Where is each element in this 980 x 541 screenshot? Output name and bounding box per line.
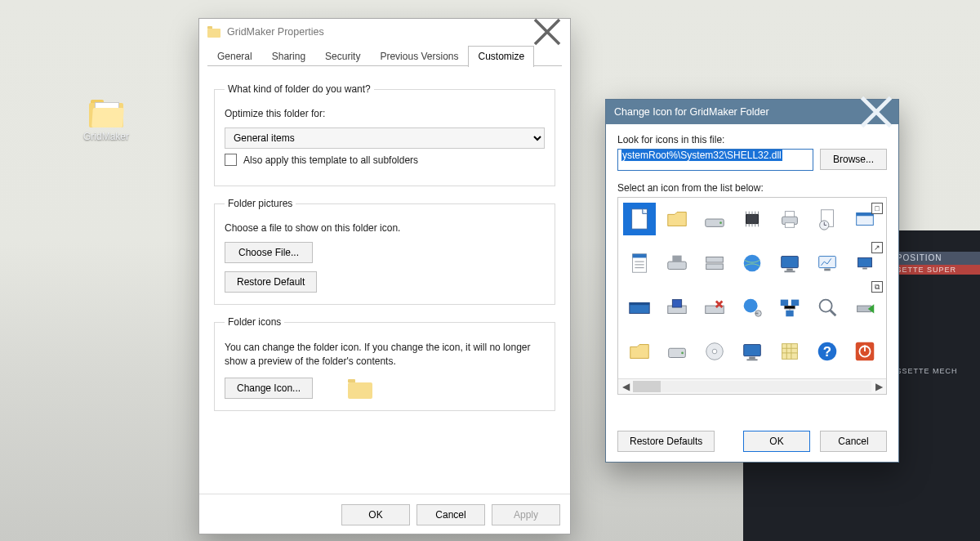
svg-rect-5 [785,212,794,217]
drive-net-icon[interactable] [661,247,693,279]
change-icon-titlebar[interactable]: Change Icon for GridMaker Folder [606,100,898,124]
svg-rect-13 [668,262,687,269]
svg-point-30 [744,299,758,313]
change-icon-title: Change Icon for GridMaker Folder [614,106,769,118]
folder2-icon[interactable] [623,335,656,368]
floppy-drive-icon[interactable] [661,291,693,324]
group-folder-icons-legend: Folder icons [225,316,284,328]
svg-point-41 [712,349,717,354]
svg-rect-42 [744,345,761,356]
desktop-folder-gridmaker[interactable]: GridMaker [77,100,136,142]
apply-subfolders-checkbox[interactable]: Also apply this template to all subfolde… [225,154,545,166]
tab-customize[interactable]: Customize [468,46,534,67]
svg-rect-18 [782,257,799,268]
svg-text:?: ? [823,344,831,360]
scroll-left-icon[interactable]: ◀ [618,381,633,392]
choose-file-button[interactable]: Choose File... [225,242,313,263]
properties-window: GridMaker Properties General Sharing Sec… [198,18,571,534]
optimize-select[interactable]: General items [225,127,545,149]
svg-rect-15 [706,257,724,263]
svg-rect-12 [633,254,647,258]
restore-default-button[interactable]: Restore Default [225,271,317,293]
overflow-x-icon: ⧉ [871,281,883,293]
drive-x-icon[interactable] [698,291,731,324]
drive-icon[interactable] [698,203,731,235]
monitor-chart-icon[interactable] [811,247,844,279]
icon-list-overflow-column: □ ↗ ⧉ [871,203,883,293]
overflow-arrow-icon: ↗ [871,242,883,253]
group-folder-icons: Folder icons You can change the folder i… [214,316,555,411]
printer-icon[interactable] [773,203,806,235]
apply-button[interactable]: Apply [492,504,560,525]
svg-rect-35 [786,311,793,317]
svg-rect-28 [672,300,681,307]
group-folder-pictures: Folder pictures Choose a file to show on… [214,198,555,305]
cd-icon[interactable] [698,335,731,368]
magnifier-icon[interactable] [811,291,844,324]
cancel-button[interactable]: Cancel [820,431,887,452]
look-label: Look for icons in this file: [617,134,887,145]
properties-footer: OK Cancel Apply [199,504,570,525]
folder-icon[interactable] [661,203,693,235]
svg-rect-3 [746,214,759,223]
properties-titlebar[interactable]: GridMaker Properties [199,19,570,45]
hdd-icon[interactable] [661,335,693,368]
svg-rect-45 [782,344,798,360]
folder-icon [89,100,123,127]
ok-button[interactable]: OK [341,504,410,525]
svg-rect-21 [819,257,836,268]
restore-defaults-button[interactable]: Restore Defaults [617,431,715,452]
scrollbar-track[interactable] [633,381,871,392]
monitor2-icon[interactable] [736,335,768,368]
tab-security[interactable]: Security [315,46,370,67]
svg-rect-26 [630,302,649,305]
keypad-icon[interactable] [773,335,806,368]
svg-rect-23 [858,257,872,266]
scrollbar-thumb[interactable] [633,381,661,392]
properties-title: GridMaker Properties [227,26,324,38]
ok-button[interactable]: OK [743,431,810,452]
svg-rect-33 [781,300,788,306]
svg-rect-43 [749,357,755,360]
globe-sphere-icon[interactable] [736,247,768,279]
overflow-thumb-icon: □ [871,203,883,214]
browse-button[interactable]: Browse... [820,149,887,170]
tab-general[interactable]: General [207,46,262,67]
svg-point-2 [719,221,722,224]
folder-icon [207,26,220,38]
change-icon-dialog: Change Icon for GridMaker Folder Look fo… [605,99,899,463]
tab-previous-versions[interactable]: Previous Versions [370,46,468,67]
drive-stack-icon[interactable] [698,247,731,279]
group-folder-pictures-legend: Folder pictures [225,198,296,209]
network-icon[interactable] [773,291,806,324]
icon-list-hscrollbar[interactable]: ◀ ▶ [618,378,886,394]
folder-icons-desc: You can change the folder icon. If you c… [225,341,545,369]
folder-pictures-desc: Choose a file to show on this folder ico… [225,222,545,234]
blank-page-icon[interactable] [623,203,656,235]
change-icon-footer: Restore Defaults OK Cancel [606,431,898,452]
change-icon-button[interactable]: Change Icon... [225,378,313,399]
path-input-selection: ystemRoot%\System32\SHELL32.dll [621,150,782,161]
svg-point-39 [681,351,684,354]
svg-rect-6 [785,223,794,228]
close-icon[interactable] [859,101,893,123]
cancel-button[interactable]: Cancel [416,504,485,525]
svg-rect-32 [755,313,759,315]
monitor-icon[interactable] [773,247,806,279]
icon-list: ? □ ↗ ⧉ ◀ ▶ [617,197,887,395]
scroll-right-icon[interactable]: ▶ [871,381,886,392]
path-input[interactable]: ystemRoot%\System32\SHELL32.dll [617,149,813,171]
chip-icon[interactable] [736,203,768,235]
globe-key-icon[interactable] [736,291,768,324]
close-icon[interactable] [532,21,562,43]
help-icon[interactable]: ? [811,335,844,368]
clock-page-icon[interactable] [811,203,844,235]
power-icon[interactable] [849,335,881,368]
usb-arrow-icon[interactable] [849,291,881,324]
doc-list-icon[interactable] [623,247,656,279]
svg-rect-24 [862,268,867,270]
svg-rect-19 [786,269,793,271]
tab-sharing[interactable]: Sharing [262,46,315,67]
svg-rect-20 [784,270,795,272]
window-wide-icon[interactable] [623,291,656,324]
